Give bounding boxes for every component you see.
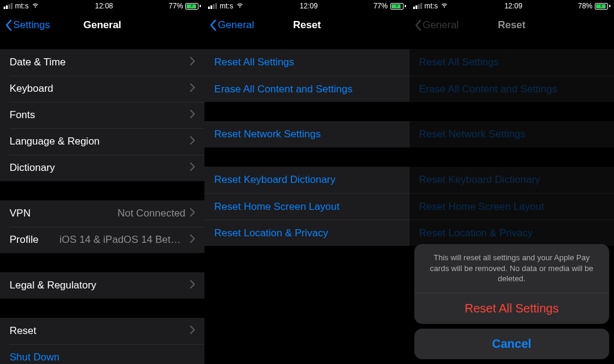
row-profile[interactable]: Profile iOS 14 & iPadOS 14 Beta Softwar… [0,227,204,253]
row-value: iOS 14 & iPadOS 14 Beta Softwar… [59,234,185,246]
chevron-right-icon [190,109,195,121]
row-label: Reset Keyboard Dictionary [214,174,335,186]
row-label: Fonts [10,109,35,121]
carrier-label: mt:s [425,2,438,10]
row-label: Reset Location & Privacy [214,227,328,239]
row-legal[interactable]: Legal & Regulatory [0,272,204,299]
reset-home-screen-layout: Reset Home Screen Layout [410,193,614,219]
chevron-right-icon [190,279,195,291]
row-label: Reset Home Screen Layout [214,201,339,213]
wifi-icon [236,2,244,10]
clock: 12:09 [300,2,318,10]
back-label: General [218,19,254,31]
list-group: Reset Network Settings [410,121,614,148]
signal-icon [4,3,13,9]
back-button[interactable]: General [209,19,254,31]
erase-all-content[interactable]: Erase All Content and Settings [204,76,409,102]
reset-all-settings[interactable]: Reset All Settings [204,49,409,76]
row-shut-down[interactable]: Shut Down [0,344,204,364]
action-sheet: This will reset all settings and your Ap… [414,244,609,359]
reset-all-settings: Reset All Settings [410,49,614,76]
row-reset[interactable]: Reset [0,318,204,344]
status-bar: mt:s 12:09 77% ⚡︎ [204,0,409,12]
battery-pct: 78% [578,2,592,10]
row-fonts[interactable]: Fonts [0,102,204,128]
reset-keyboard-dictionary[interactable]: Reset Keyboard Dictionary [204,167,409,193]
clock: 12:09 [504,2,522,10]
row-label: Reset All Settings [214,56,294,68]
row-language-region[interactable]: Language & Region [0,128,204,155]
screen-reset: mt:s 12:09 77% ⚡︎ General Reset Reset Al… [204,0,409,364]
list-group: Reset All Settings Erase All Content and… [204,49,409,102]
chevron-right-icon [190,136,195,148]
nav-bar: General Reset [410,12,614,38]
status-bar: mt:s 12:08 77% ⚡︎ [0,0,204,12]
screen-general: mt:s 12:08 77% ⚡︎ Settings General Date … [0,0,204,364]
battery-icon: ⚡︎ [390,3,406,10]
reset-list: Reset All Settings Erase All Content and… [204,49,409,246]
reset-keyboard-dictionary: Reset Keyboard Dictionary [410,167,614,193]
nav-bar: General Reset [204,12,409,38]
back-label: Settings [13,19,50,31]
confirm-reset-button[interactable]: Reset All Settings [414,293,609,324]
row-label: Profile [10,234,38,246]
row-label: Keyboard [10,83,53,95]
reset-location-privacy: Reset Location & Privacy [410,219,614,246]
row-label: Erase All Content and Settings [419,83,558,95]
battery-icon: ⚡︎ [185,3,201,10]
reset-location-privacy[interactable]: Reset Location & Privacy [204,219,409,246]
reset-network-settings[interactable]: Reset Network Settings [204,121,409,148]
carrier-label: mt:s [15,2,29,10]
row-label: Erase All Content and Settings [214,83,353,95]
battery-pct: 77% [374,2,388,10]
row-label: Reset All Settings [419,56,499,68]
list-group: Date & Time Keyboard Fonts Language & Re… [0,49,204,181]
row-label: Dictionary [10,162,55,174]
settings-list: Date & Time Keyboard Fonts Language & Re… [0,49,204,364]
row-label: VPN [10,207,31,219]
row-label: Reset Location & Privacy [419,227,533,239]
list-group: Reset Network Settings [204,121,409,148]
reset-list: Reset All Settings Erase All Content and… [410,49,614,246]
action-sheet-message: This will reset all settings and your Ap… [414,244,609,293]
nav-title: Reset [293,19,321,31]
chevron-right-icon [190,83,195,95]
erase-all-content: Erase All Content and Settings [410,76,614,102]
cancel-button[interactable]: Cancel [414,329,609,359]
signal-icon [413,3,422,9]
back-button[interactable]: Settings [5,19,50,31]
screen-reset-confirm: mt:s 12:09 78% ⚡︎ General Reset Reset Al… [410,0,614,364]
chevron-right-icon [190,162,195,174]
wifi-icon [31,2,40,10]
wifi-icon [440,2,449,10]
list-group: Legal & Regulatory [0,272,204,299]
chevron-right-icon [190,325,195,337]
row-label: Reset Network Settings [419,128,526,140]
row-label: Reset Home Screen Layout [419,201,544,213]
row-label: Shut Down [10,351,59,363]
row-keyboard[interactable]: Keyboard [0,76,204,102]
action-sheet-body: This will reset all settings and your Ap… [414,244,609,324]
row-label: Language & Region [10,136,100,148]
chevron-right-icon [190,56,195,68]
list-group: VPN Not Connected Profile iOS 14 & iPadO… [0,200,204,253]
chevron-right-icon [190,207,195,219]
battery-pct: 77% [168,2,183,10]
row-dictionary[interactable]: Dictionary [0,155,204,181]
row-label: Reset [10,325,36,337]
clock: 12:08 [95,2,113,10]
chevron-left-icon [414,19,422,31]
reset-home-screen-layout[interactable]: Reset Home Screen Layout [204,193,409,219]
row-label: Legal & Regulatory [10,279,97,291]
chevron-left-icon [209,19,216,31]
list-group: Reset Keyboard Dictionary Reset Home Scr… [410,167,614,246]
back-button: General [414,19,459,31]
row-date-time[interactable]: Date & Time [0,49,204,76]
list-group: Reset Keyboard Dictionary Reset Home Scr… [204,167,409,246]
nav-bar: Settings General [0,12,204,38]
row-vpn[interactable]: VPN Not Connected [0,200,204,227]
row-label: Reset Network Settings [214,128,321,140]
list-group: Reset Shut Down [0,318,204,364]
carrier-label: mt:s [219,2,233,10]
nav-title: General [83,19,121,31]
